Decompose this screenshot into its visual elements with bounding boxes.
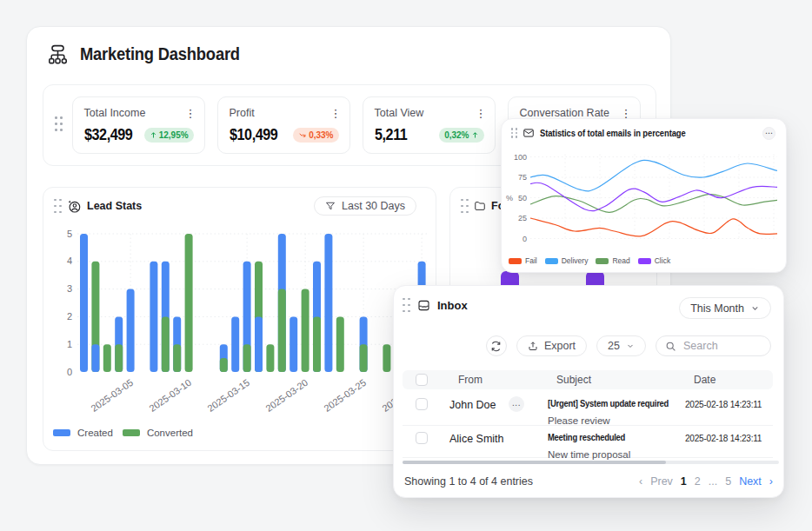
row-checkbox[interactable] (416, 398, 428, 410)
inbox-icon (417, 299, 430, 312)
email-stats-title: Statistics of total emails in percentage (540, 129, 686, 138)
mail-row[interactable]: John Doe...[Urgent] System update requir… (403, 392, 773, 426)
row-checkbox[interactable] (416, 432, 428, 444)
mail-from: John Doe (449, 399, 496, 411)
legend-label: Read (612, 256, 629, 265)
badge-text: 0,32% (444, 130, 469, 140)
stat-card-profit: Profit⋮$10,4990,33% (217, 96, 350, 154)
legend-label: Click (655, 256, 670, 265)
page-size-dropdown[interactable]: 25 (596, 335, 646, 356)
mail-row[interactable]: Alice SmithMeeting rescheduledNew time p… (403, 426, 773, 458)
followers-drag-handle[interactable] (461, 199, 469, 214)
search-input[interactable] (683, 340, 762, 352)
dashboard-header: Marketing Dashboard (46, 43, 250, 66)
email-line-chart: 1007550250% (502, 119, 788, 274)
legend-swatch (545, 258, 558, 264)
mail-subject: [Urgent] System update required (548, 398, 669, 408)
legend-item-converted: Converted (123, 428, 193, 438)
refresh-icon (490, 341, 502, 352)
page-title: Marketing Dashboard (80, 44, 240, 64)
svg-text:2025-03-15: 2025-03-15 (205, 377, 251, 414)
page-2[interactable]: 2 (695, 475, 701, 488)
refresh-button[interactable] (486, 335, 507, 356)
inbox-table-header: From Subject Date (403, 370, 773, 389)
legend-swatch (638, 258, 651, 264)
lead-stats-legend: CreatedConverted (53, 428, 193, 438)
funnel-icon (325, 201, 336, 211)
svg-text:25: 25 (518, 214, 527, 222)
more-badge[interactable]: ... (509, 396, 524, 412)
inbox-period-dropdown[interactable]: This Month (679, 297, 771, 319)
inbox-card: Inbox This Month Export 25 (393, 285, 784, 498)
stats-row-drag-handle[interactable] (55, 116, 63, 131)
next-button[interactable]: Next (739, 475, 762, 488)
inbox-drag-handle[interactable] (403, 298, 410, 313)
mail-preview: New time proposal (548, 449, 630, 460)
mail-subject: Meeting rescheduled (548, 432, 625, 442)
column-from: From (458, 374, 483, 386)
stat-value: $32,499 (84, 125, 132, 144)
legend-label: Fail (525, 256, 537, 265)
page-ellipsis: ... (709, 475, 717, 488)
svg-text:2025-03-10: 2025-03-10 (147, 377, 193, 414)
export-icon (528, 341, 538, 351)
lead-stats-drag-handle[interactable] (54, 199, 62, 214)
column-date: Date (694, 374, 715, 386)
svg-text:4: 4 (67, 256, 72, 266)
svg-text:2025-03-20: 2025-03-20 (263, 377, 309, 414)
select-all-checkbox[interactable] (416, 374, 428, 386)
arrow-up-icon (471, 131, 479, 139)
svg-text:100: 100 (514, 153, 527, 162)
trend-badge: 12,95% (144, 128, 194, 143)
pagination: ‹ Prev 1 2 ... 5 Next › (639, 475, 773, 488)
page-1[interactable]: 1 (681, 475, 687, 488)
prev-button[interactable]: Prev (650, 475, 673, 488)
inbox-title: Inbox (437, 299, 468, 312)
entries-summary: Showing 1 to 4 of 4 entries (404, 475, 533, 488)
stat-label: Profit (230, 107, 255, 119)
svg-text:2: 2 (67, 311, 72, 322)
export-label: Export (544, 340, 576, 352)
email-legend-item-delivery: Delivery (545, 256, 589, 265)
prev-chevron-icon[interactable]: ‹ (639, 475, 642, 488)
legend-item-created: Created (53, 428, 113, 438)
email-stats-header: Statistics of total emails in percentage (511, 126, 695, 140)
page-5[interactable]: 5 (725, 475, 731, 488)
trend-down-icon (298, 130, 307, 139)
envelope-icon (522, 127, 535, 139)
kebab-menu-icon[interactable]: ⋮ (476, 108, 484, 119)
badge-text: 12,95% (159, 130, 189, 140)
stat-value: 5,211 (375, 125, 407, 144)
legend-swatch (53, 429, 70, 436)
scrollbar-thumb[interactable] (403, 461, 666, 464)
kebab-menu-icon[interactable]: ⋮ (185, 108, 194, 119)
inbox-toolbar: Export 25 (486, 335, 771, 356)
lead-stats-filter-button[interactable]: Last 30 Days (314, 196, 416, 216)
kebab-menu-icon[interactable]: ⋮ (330, 108, 339, 119)
column-subject: Subject (556, 374, 591, 386)
stat-label: Total Income (84, 107, 146, 119)
horizontal-scrollbar[interactable] (403, 461, 779, 464)
kebab-menu-icon[interactable]: ⋮ (621, 108, 629, 119)
email-stats-menu-button[interactable]: ⋯ (762, 127, 775, 140)
lead-stats-header: Lead Stats (54, 196, 142, 216)
email-stats-drag-handle[interactable] (511, 128, 518, 137)
stat-value: $10,499 (230, 125, 277, 144)
stat-card-total-income: Total Income⋮$32,49912,95% (72, 96, 205, 154)
mail-from: Alice Smith (449, 433, 504, 445)
chevron-down-icon (750, 303, 760, 313)
chevron-down-icon (626, 342, 635, 350)
stat-card-total-view: Total View⋮5,2110,32% (363, 96, 496, 154)
export-button[interactable]: Export (516, 335, 587, 356)
inbox-header: Inbox (403, 296, 468, 314)
mail-date: 2025-02-18 14:23:11 (685, 433, 762, 443)
badge-text: 0,33% (309, 130, 333, 140)
arrow-up-icon (150, 131, 157, 139)
trend-badge: 0,33% (293, 128, 338, 143)
lead-stats-bar-chart: 0123452025-03-052025-03-102025-03-152025… (43, 188, 437, 452)
svg-text:75: 75 (518, 173, 527, 182)
search-box (656, 335, 771, 356)
svg-text:2025-03-05: 2025-03-05 (89, 377, 135, 414)
legend-swatch (509, 258, 522, 264)
next-chevron-icon[interactable]: › (769, 475, 773, 488)
